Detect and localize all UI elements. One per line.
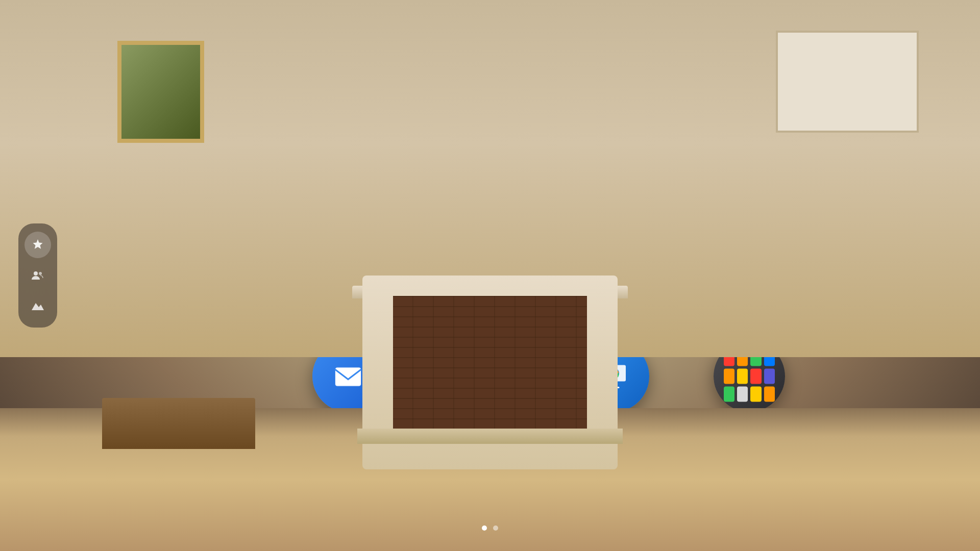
svg-point-0 [34, 271, 38, 276]
pagination-dots [482, 525, 498, 531]
sidebar [18, 223, 57, 328]
star-icon [31, 238, 45, 252]
svg-rect-49 [335, 368, 361, 386]
mountain-icon [31, 299, 45, 313]
sidebar-item-people[interactable] [24, 262, 51, 289]
svg-point-1 [39, 272, 42, 275]
console-table [102, 398, 255, 449]
sidebar-item-environments[interactable] [24, 293, 51, 319]
fireplace-brick [393, 296, 587, 429]
wall-painting [117, 41, 204, 143]
dot-2[interactable] [493, 525, 498, 531]
sidebar-item-appstore[interactable] [24, 232, 51, 258]
fireplace-base [357, 429, 623, 444]
fireplace [362, 276, 618, 469]
people-icon [31, 268, 45, 283]
dot-1[interactable] [482, 525, 487, 531]
whiteboard [776, 31, 919, 133]
